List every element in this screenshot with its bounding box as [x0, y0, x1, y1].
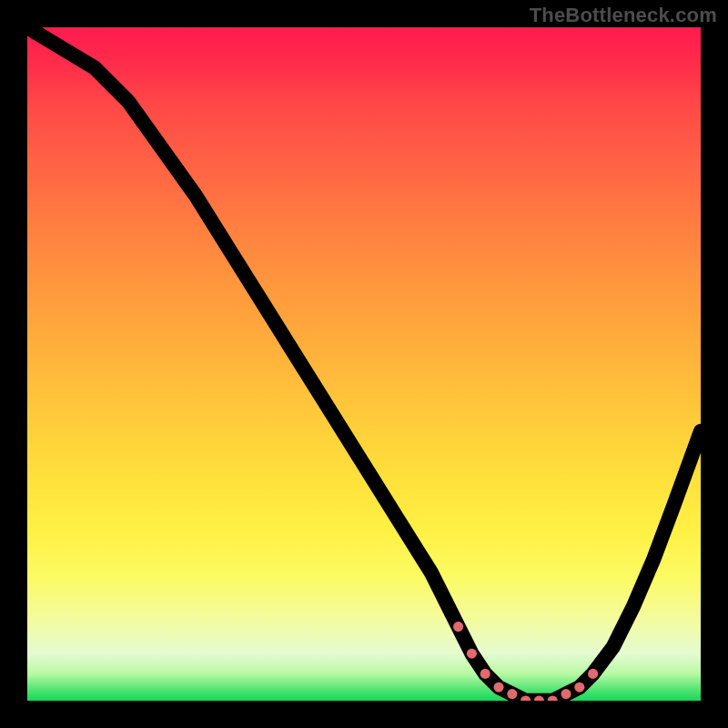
highlight-dot [453, 622, 463, 632]
bottleneck-curve-svg [27, 27, 701, 701]
highlight-dot [507, 689, 517, 699]
highlight-dot [561, 689, 571, 699]
chart-frame: TheBottleneck.com [0, 0, 728, 728]
bottleneck-curve [27, 27, 701, 701]
highlight-dot [480, 669, 490, 679]
highlight-dot [467, 649, 477, 659]
highlight-dot [493, 682, 503, 693]
plot-area [27, 27, 701, 701]
highlight-dot [574, 682, 584, 693]
highlight-dot [588, 669, 598, 679]
watermark-text: TheBottleneck.com [530, 4, 717, 27]
